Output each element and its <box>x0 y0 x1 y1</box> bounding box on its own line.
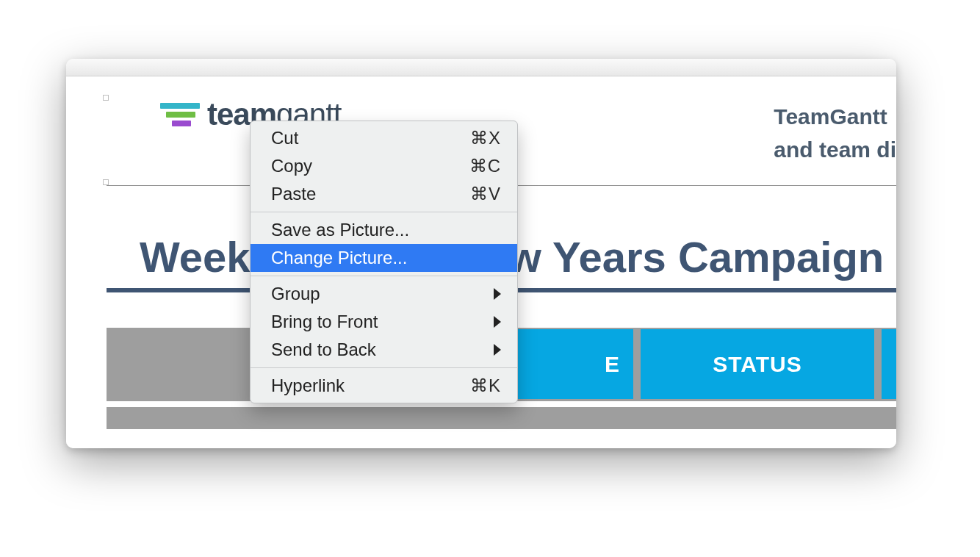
selection-handle-icon[interactable] <box>103 179 109 185</box>
submenu-arrow-icon <box>494 316 501 328</box>
header-right-line2: and team di <box>774 133 896 166</box>
menu-item-send-to-back[interactable]: Send to Back <box>251 336 517 364</box>
menu-item-cut[interactable]: Cut ⌘X <box>251 124 517 152</box>
app-window: teamgantt TeamGantt and team di Weekly S… <box>66 59 896 448</box>
context-menu: Cut ⌘X Copy ⌘C Paste ⌘V Save as Picture.… <box>250 121 518 403</box>
selection-handle-icon[interactable] <box>103 95 109 101</box>
table-header-cell <box>882 329 896 399</box>
menu-item-bring-to-front[interactable]: Bring to Front <box>251 308 517 336</box>
menu-item-copy[interactable]: Copy ⌘C <box>251 152 517 180</box>
table-header-cells: E STATUS <box>453 329 896 399</box>
header-right-line1: TeamGantt <box>774 100 896 133</box>
menu-item-save-as-picture[interactable]: Save as Picture... <box>251 216 517 244</box>
document-content: teamgantt TeamGantt and team di Weekly S… <box>66 76 896 448</box>
submenu-arrow-icon <box>494 288 501 300</box>
menu-item-change-picture[interactable]: Change Picture... <box>251 244 517 272</box>
table-header-status: STATUS <box>641 329 874 399</box>
menu-separator <box>251 212 517 212</box>
menu-item-group[interactable]: Group <box>251 280 517 308</box>
window-titlebar <box>66 59 896 76</box>
menu-item-hyperlink[interactable]: Hyperlink ⌘K <box>251 372 517 400</box>
submenu-arrow-icon <box>494 344 501 356</box>
menu-item-paste[interactable]: Paste ⌘V <box>251 180 517 208</box>
menu-separator <box>251 276 517 276</box>
header-right-text: TeamGantt and team di <box>774 100 896 166</box>
table-row-bg <box>107 407 896 429</box>
logo-mark-icon <box>160 103 200 126</box>
menu-separator <box>251 367 517 368</box>
